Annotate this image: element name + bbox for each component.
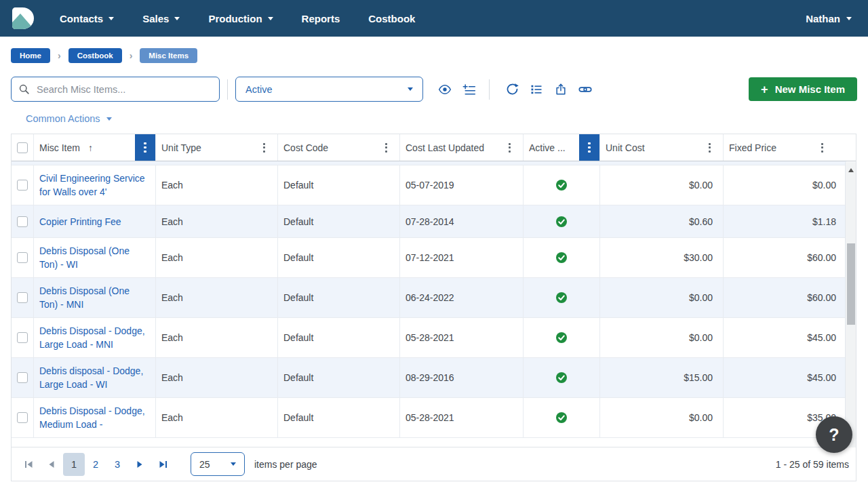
- status-filter-select[interactable]: Active: [235, 77, 423, 102]
- table-row: Debris Disposal - Dodge, Medium Load - E…: [12, 398, 846, 438]
- active-status-cell: [524, 278, 600, 317]
- menu-label: Production: [208, 13, 262, 24]
- row-checkbox[interactable]: [17, 292, 28, 303]
- unit-type-value: Each: [161, 291, 183, 304]
- misc-item-link[interactable]: Debris disposal - Dodge, Large Load - WI: [39, 364, 146, 391]
- column-label-active[interactable]: Active ...: [529, 142, 566, 153]
- column-menu-cost-code-button[interactable]: [381, 139, 391, 157]
- cost-last-updated-cell: 07-28-2014: [400, 205, 524, 237]
- cost-last-updated-value: 05-28-2021: [406, 411, 454, 424]
- row-checkbox[interactable]: [17, 252, 28, 263]
- cost-last-updated-cell: 06-24-2022: [400, 278, 524, 317]
- page-size-select[interactable]: 25: [191, 452, 245, 476]
- breadcrumb-home[interactable]: Home: [11, 48, 50, 63]
- header-unit-type: Unit Type: [156, 134, 278, 161]
- menu-label: Sales: [142, 13, 169, 24]
- previous-page-button[interactable]: [40, 453, 63, 476]
- column-menu-unit-cost-button[interactable]: [705, 139, 715, 157]
- row-checkbox[interactable]: [17, 412, 28, 423]
- misc-item-link[interactable]: Debris Disposal - Dodge, Large Load - MN…: [39, 324, 146, 351]
- refresh-button[interactable]: [501, 79, 523, 100]
- page-1-button[interactable]: 1: [63, 453, 85, 476]
- next-page-button[interactable]: [128, 453, 151, 476]
- column-label-unit-cost[interactable]: Unit Cost: [606, 142, 645, 153]
- menu-item-reports[interactable]: Reports: [302, 13, 340, 24]
- column-menu-misc-item-button[interactable]: [135, 134, 155, 161]
- cost-code-value: Default: [283, 411, 313, 424]
- row-checkbox[interactable]: [17, 216, 28, 227]
- menu-item-contacts[interactable]: Contacts: [60, 13, 114, 24]
- next-page-icon: [136, 460, 144, 469]
- misc-item-cell: Debris Disposal - Dodge, Large Load - MN…: [34, 318, 156, 357]
- misc-item-link[interactable]: Debris Disposal (One Ton) - MNI: [39, 284, 146, 311]
- unit-cost-value: $0.00: [689, 291, 713, 304]
- misc-item-link[interactable]: Debris Disposal - Dodge, Medium Load -: [39, 404, 146, 431]
- cost-code-cell: Default: [278, 358, 400, 397]
- menu-item-production[interactable]: Production: [208, 13, 273, 24]
- unit-cost-cell: $30.00: [600, 238, 724, 277]
- cost-code-cell: Default: [278, 318, 400, 357]
- chevron-down-icon: [408, 87, 413, 91]
- page-2-button[interactable]: 2: [85, 453, 106, 476]
- column-menu-cost-last-updated-button[interactable]: [505, 139, 515, 157]
- column-menu-unit-type-button[interactable]: [259, 139, 269, 157]
- table-row: Debris disposal - Dodge, Large Load - WI…: [12, 358, 846, 398]
- export-button[interactable]: [550, 79, 572, 100]
- row-checkbox[interactable]: [17, 372, 28, 383]
- select-all-checkbox[interactable]: [17, 142, 28, 153]
- bulleted-list-icon: [530, 83, 543, 96]
- last-page-icon: [158, 460, 168, 469]
- misc-item-link[interactable]: Copier Printing Fee: [39, 215, 121, 228]
- grid-body: Civil Engineering Service for Walls over…: [12, 161, 846, 447]
- active-status-cell: [524, 358, 600, 397]
- column-menu-fixed-price-button[interactable]: [817, 139, 827, 157]
- row-checkbox[interactable]: [17, 332, 28, 343]
- add-filter-button[interactable]: [458, 79, 480, 100]
- breadcrumb-costbook[interactable]: Costbook: [68, 48, 122, 63]
- active-status-cell: [524, 318, 600, 357]
- vertical-scrollbar: [845, 162, 856, 447]
- column-label-misc-item[interactable]: Misc Item: [39, 142, 80, 153]
- plus-icon: +: [761, 83, 768, 96]
- list-view-button[interactable]: [526, 79, 547, 100]
- menu-label: Contacts: [60, 13, 103, 24]
- column-menu-active-button[interactable]: [579, 134, 599, 161]
- cost-last-updated-cell: 05-28-2021: [400, 318, 524, 357]
- view-visibility-button[interactable]: [434, 79, 456, 100]
- unit-type-value: Each: [161, 178, 183, 192]
- column-label-unit-type[interactable]: Unit Type: [161, 142, 201, 153]
- first-page-button[interactable]: [17, 453, 40, 476]
- scroll-up-button[interactable]: [846, 165, 856, 175]
- menu-item-sales[interactable]: Sales: [142, 13, 180, 24]
- search-icon: [18, 83, 30, 95]
- cost-code-cell: Default: [278, 278, 400, 317]
- search-input[interactable]: [37, 84, 212, 95]
- last-page-button[interactable]: [151, 453, 174, 476]
- misc-item-link[interactable]: Debris Disposal (One Ton) - WI: [39, 244, 146, 271]
- menu-item-costbook[interactable]: Costbook: [368, 13, 415, 24]
- export-icon: [554, 83, 568, 96]
- row-checkbox[interactable]: [17, 180, 28, 191]
- app-logo-icon[interactable]: [11, 7, 35, 30]
- top-navbar: Contacts Sales Production Reports Costbo…: [0, 0, 868, 37]
- column-label-fixed-price[interactable]: Fixed Price: [729, 142, 776, 153]
- new-misc-item-button[interactable]: + New Misc Item: [749, 77, 857, 101]
- link-button[interactable]: [574, 79, 596, 100]
- column-label-cost-code[interactable]: Cost Code: [283, 142, 328, 153]
- row-checkbox-cell: [12, 238, 34, 277]
- user-menu[interactable]: Nathan: [806, 13, 852, 24]
- breadcrumb-misc-items[interactable]: Misc Items: [140, 48, 197, 63]
- column-label-cost-last-updated[interactable]: Cost Last Updated: [406, 142, 484, 153]
- scrollbar-thumb[interactable]: [847, 243, 855, 325]
- toolbar-divider: [489, 79, 490, 100]
- cost-last-updated-value: 07-12-2021: [406, 251, 454, 264]
- cost-last-updated-cell: 05-28-2021: [400, 398, 524, 437]
- misc-item-link[interactable]: Civil Engineering Service for Walls over…: [39, 172, 146, 199]
- breadcrumb-separator: ›: [130, 50, 133, 61]
- header-cost-code: Cost Code: [278, 134, 400, 161]
- common-actions-dropdown[interactable]: Common Actions: [0, 102, 123, 124]
- table-row: Debris Disposal (One Ton) - MNI Each Def…: [12, 278, 846, 318]
- help-button[interactable]: ?: [816, 416, 852, 453]
- page-3-button[interactable]: 3: [106, 453, 128, 476]
- fixed-price-value: $45.00: [807, 331, 836, 344]
